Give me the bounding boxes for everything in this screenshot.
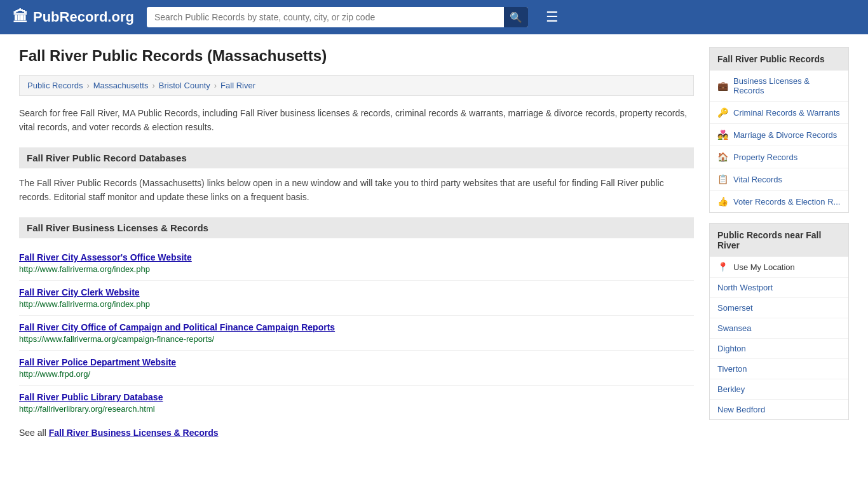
breadcrumb-sep-1: › xyxy=(86,81,89,90)
record-link-title-0[interactable]: Fall River City Assessor's Office Websit… xyxy=(19,252,192,262)
section-db-description: The Fall River Public Records (Massachus… xyxy=(19,176,694,205)
sidebar-nearby-title: Public Records near Fall River xyxy=(710,224,848,257)
record-link-title-2[interactable]: Fall River City Office of Campaign and P… xyxy=(19,322,335,332)
sidebar-records-title: Fall River Public Records xyxy=(710,48,848,71)
record-link-title-4[interactable]: Fall River Public Library Database xyxy=(19,392,163,402)
see-all: See all Fall River Business Licenses & R… xyxy=(19,428,694,438)
sidebar-record-icon-5: 👍 xyxy=(717,196,728,207)
sidebar-record-icon-2: 💑 xyxy=(717,130,728,140)
breadcrumb-fall-river[interactable]: Fall River xyxy=(220,81,255,90)
sidebar-record-label-4: Vital Records xyxy=(733,175,782,184)
section-db-header: Fall River Public Record Databases xyxy=(19,147,694,168)
sidebar-nearby-item-6[interactable]: New Bedford xyxy=(710,400,848,419)
sidebar-record-item-0[interactable]: 💼 Business Licenses & Records xyxy=(710,71,848,102)
record-item-1: Fall River City Clerk Website http://www… xyxy=(19,281,694,316)
sidebar-nearby-item-5[interactable]: Berkley xyxy=(710,379,848,400)
sidebar-record-icon-1: 🔑 xyxy=(717,107,728,118)
sidebar-record-icon-3: 🏠 xyxy=(717,152,728,162)
record-list: Fall River City Assessor's Office Websit… xyxy=(19,246,694,420)
sidebar-record-item-5[interactable]: 👍 Voter Records & Election R... xyxy=(710,191,848,212)
breadcrumb-bristol-county[interactable]: Bristol County xyxy=(159,81,210,90)
search-icon: 🔍 xyxy=(510,11,522,24)
record-link-url-0: http://www.fallriverma.org/index.php xyxy=(19,264,694,274)
sidebar-nearby-item-0[interactable]: North Westport xyxy=(710,278,848,298)
search-area: 🔍 xyxy=(147,7,528,27)
sidebar-record-label-0: Business Licenses & Records xyxy=(733,76,841,95)
sidebar-record-item-3[interactable]: 🏠 Property Records xyxy=(710,146,848,168)
breadcrumb-public-records[interactable]: Public Records xyxy=(27,81,83,90)
sidebar-record-item-1[interactable]: 🔑 Criminal Records & Warrants xyxy=(710,102,848,124)
logo-text: PubRecord.org xyxy=(33,9,134,25)
sidebar-nearby-item-2[interactable]: Swansea xyxy=(710,318,848,339)
record-link-title-3[interactable]: Fall River Police Department Website xyxy=(19,357,176,367)
search-input[interactable] xyxy=(147,7,528,27)
see-all-link[interactable]: Fall River Business Licenses & Records xyxy=(49,428,219,438)
page-title: Fall River Public Records (Massachusetts… xyxy=(19,47,694,65)
sidebar-record-item-2[interactable]: 💑 Marriage & Divorce Records xyxy=(710,124,848,146)
sidebar-record-label-3: Property Records xyxy=(733,152,797,162)
sidebar-nearby-item-3[interactable]: Dighton xyxy=(710,339,848,359)
menu-icon: ☰ xyxy=(546,9,559,25)
see-all-prefix: See all xyxy=(19,428,49,438)
page-description: Search for free Fall River, MA Public Re… xyxy=(19,106,694,135)
sidebar-record-label-2: Marriage & Divorce Records xyxy=(733,130,837,140)
breadcrumb-massachusetts[interactable]: Massachusetts xyxy=(93,81,149,90)
sidebar-record-label-5: Voter Records & Election R... xyxy=(733,197,840,207)
record-link-url-2: https://www.fallriverma.org/campaign-fin… xyxy=(19,334,694,344)
logo-icon: 🏛 xyxy=(13,8,28,26)
record-link-url-4: http://fallriverlibrary.org/research.htm… xyxy=(19,404,694,414)
search-button[interactable]: 🔍 xyxy=(504,7,528,27)
breadcrumb: Public Records › Massachusetts › Bristol… xyxy=(19,75,694,96)
sidebar-record-label-1: Criminal Records & Warrants xyxy=(733,108,840,118)
use-location-label: Use My Location xyxy=(733,262,795,272)
sidebar-record-icon-4: 📋 xyxy=(717,174,728,184)
record-item-2: Fall River City Office of Campaign and P… xyxy=(19,316,694,351)
record-item-0: Fall River City Assessor's Office Websit… xyxy=(19,246,694,281)
sidebar-nearby-item-1[interactable]: Somerset xyxy=(710,298,848,318)
record-link-url-1: http://www.fallriverma.org/index.php xyxy=(19,299,694,309)
sidebar: Fall River Public Records 💼 Business Lic… xyxy=(709,47,849,438)
content-area: Fall River Public Records (Massachusetts… xyxy=(19,47,694,438)
site-logo[interactable]: 🏛 PubRecord.org xyxy=(13,8,134,26)
breadcrumb-sep-3: › xyxy=(214,81,217,90)
sidebar-record-item-4[interactable]: 📋 Vital Records xyxy=(710,168,848,191)
location-icon: 📍 xyxy=(717,262,728,272)
section-biz-header: Fall River Business Licenses & Records xyxy=(19,217,694,238)
record-link-url-3: http://www.frpd.org/ xyxy=(19,369,694,379)
breadcrumb-sep-2: › xyxy=(152,81,154,90)
record-item-4: Fall River Public Library Database http:… xyxy=(19,386,694,420)
sidebar-records-box: Fall River Public Records 💼 Business Lic… xyxy=(709,47,849,213)
menu-button[interactable]: ☰ xyxy=(541,6,564,28)
use-location-item[interactable]: 📍 Use My Location xyxy=(710,257,848,278)
record-item-3: Fall River Police Department Website htt… xyxy=(19,351,694,386)
record-link-title-1[interactable]: Fall River City Clerk Website xyxy=(19,287,140,297)
sidebar-record-icon-0: 💼 xyxy=(717,81,728,91)
sidebar-nearby-box: Public Records near Fall River 📍 Use My … xyxy=(709,223,849,420)
sidebar-nearby-item-4[interactable]: Tiverton xyxy=(710,359,848,379)
